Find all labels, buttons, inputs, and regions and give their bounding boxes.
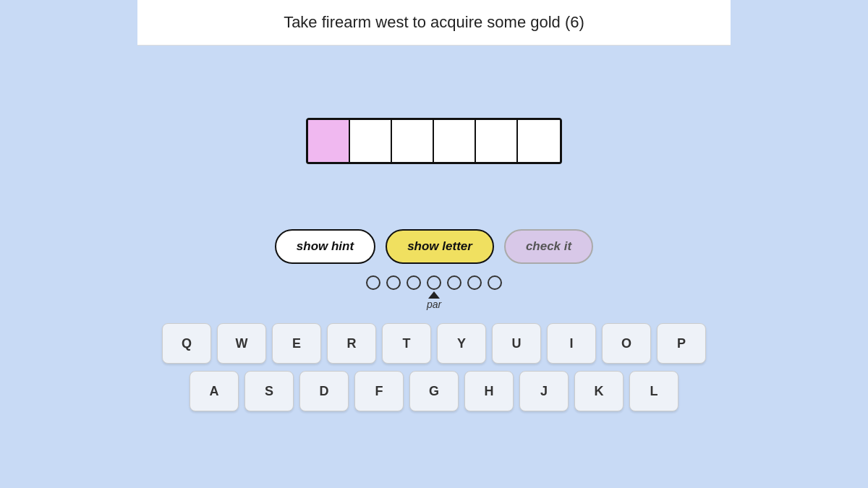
buttons-row: show hint show letter check it [275,229,593,264]
show-hint-button[interactable]: show hint [275,229,375,264]
check-it-button[interactable]: check it [504,229,593,264]
key-G[interactable]: G [409,371,459,411]
score-dots [366,275,502,290]
letter-cell-0[interactable] [308,120,350,162]
letter-grid [306,118,562,164]
key-W[interactable]: W [217,323,266,364]
key-I[interactable]: I [547,323,596,364]
key-O[interactable]: O [602,323,651,364]
show-letter-button[interactable]: show letter [386,229,494,264]
letter-cell-2[interactable] [392,120,434,162]
letter-cell-1[interactable] [350,120,392,162]
par-arrow-icon [428,291,440,299]
score-dot-7 [488,275,502,290]
key-P[interactable]: P [657,323,706,364]
key-L[interactable]: L [629,371,678,411]
key-E[interactable]: E [272,323,321,364]
keyboard-row-1: Q W E R T Y U I O P [162,323,706,364]
score-row: par [366,275,502,310]
key-A[interactable]: A [190,371,239,411]
score-dot-6 [467,275,482,290]
key-Y[interactable]: Y [437,323,486,364]
par-arrow: par [427,291,441,310]
letter-cell-5[interactable] [518,120,560,162]
clue-box: Take firearm west to acquire some gold (… [137,0,731,46]
key-S[interactable]: S [244,371,294,411]
key-U[interactable]: U [492,323,541,364]
letter-grid-wrapper [306,118,562,164]
letter-cell-4[interactable] [476,120,518,162]
key-J[interactable]: J [519,371,569,411]
keyboard: Q W E R T Y U I O P A S D F G H J K L [162,323,706,411]
score-dot-3 [407,275,421,290]
key-T[interactable]: T [382,323,431,364]
keyboard-row-2: A S D F G H J K L [190,371,678,411]
key-D[interactable]: D [299,371,349,411]
score-dot-5 [447,275,461,290]
score-dot-4 [427,275,441,290]
letter-cell-3[interactable] [434,120,476,162]
key-H[interactable]: H [464,371,514,411]
key-K[interactable]: K [574,371,624,411]
key-R[interactable]: R [327,323,376,364]
key-F[interactable]: F [354,371,404,411]
score-dot-1 [366,275,380,290]
score-dot-2 [386,275,401,290]
key-Q[interactable]: Q [162,323,211,364]
clue-text: Take firearm west to acquire some gold (… [284,13,584,32]
par-label: par [427,299,441,310]
